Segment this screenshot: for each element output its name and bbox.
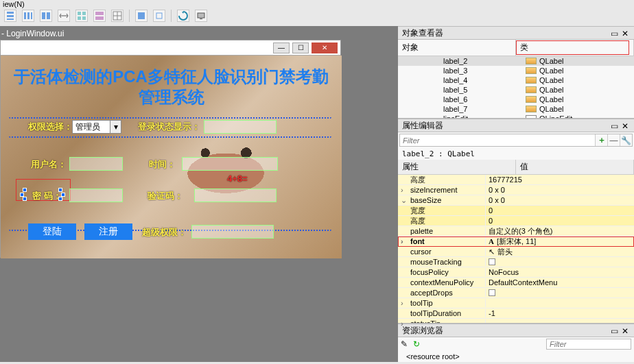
prop-row[interactable]: palette自定义的(3 个角色) — [398, 226, 634, 236]
prop-row[interactable]: contextMenuPolicyDefaultContextMenu — [398, 278, 634, 288]
prop-col-val[interactable]: 值 — [516, 160, 634, 174]
sel-handle[interactable] — [20, 193, 24, 197]
label-icon — [526, 106, 537, 112]
captcha-field[interactable] — [194, 189, 277, 202]
prop-row[interactable]: mouseTracking — [398, 257, 634, 267]
tool-grid3[interactable] — [111, 10, 124, 22]
object-viewer-title: 对象查看器 — [402, 27, 443, 39]
sel-handle[interactable] — [58, 197, 62, 201]
tool-grid2[interactable] — [93, 10, 106, 22]
time-field[interactable] — [182, 157, 278, 171]
tool-layout-h[interactable] — [22, 10, 34, 22]
tool-stack2[interactable] — [153, 10, 165, 22]
label-icon — [526, 86, 537, 93]
prop-row[interactable]: cursor↖ 箭头 — [398, 247, 634, 257]
tool-recycle[interactable] — [177, 10, 189, 22]
checkbox-icon[interactable] — [489, 289, 495, 296]
svg-rect-21 — [200, 19, 202, 19]
tree-row[interactable]: lineEditQLineEdit — [398, 114, 634, 119]
tool-grid1[interactable] — [75, 10, 88, 22]
prop-row[interactable]: 宽度0 — [398, 206, 634, 216]
object-tree[interactable]: 对象 类 label_2QLabellabel_3QLabellabel_4QL… — [398, 40, 634, 119]
minus-icon[interactable]: — — [607, 134, 620, 146]
tool-preview[interactable] — [195, 10, 207, 22]
reload-icon[interactable]: ↻ — [413, 339, 423, 349]
prop-row[interactable]: ⌄baseSize0 x 0 — [398, 195, 634, 206]
undock-icon[interactable]: ▭ — [611, 326, 619, 335]
close-button[interactable]: ✕ — [312, 43, 338, 53]
toolbar — [4, 8, 395, 23]
tree-row[interactable]: label_6QLabel — [398, 95, 634, 104]
svg-rect-7 — [47, 12, 50, 19]
svg-rect-2 — [7, 19, 14, 20]
tree-row[interactable]: label_4QLabel — [398, 75, 634, 85]
login-button[interactable]: 登陆 — [28, 223, 76, 240]
perm-combo[interactable]: 管理员 ▾ — [72, 120, 121, 134]
resource-filter-input[interactable] — [546, 339, 631, 350]
svg-rect-3 — [24, 12, 26, 19]
svg-rect-11 — [78, 16, 81, 20]
main-title-line2: 管理系统 — [1, 87, 342, 108]
close-icon[interactable]: ✕ — [622, 326, 630, 335]
toolbar-sep-1 — [129, 10, 130, 22]
captcha-label: 验证码： — [148, 190, 183, 202]
close-icon[interactable]: ✕ — [622, 121, 630, 130]
maximize-button[interactable]: ☐ — [292, 43, 309, 53]
close-icon[interactable]: ✕ — [622, 29, 630, 37]
tool-spacer[interactable] — [58, 10, 70, 22]
minimize-button[interactable]: — — [273, 43, 290, 53]
svg-rect-4 — [27, 12, 30, 19]
prop-row[interactable]: ›sizeIncrement0 x 0 — [398, 185, 634, 195]
checkbox-icon[interactable] — [489, 258, 495, 265]
sel-handle[interactable] — [58, 188, 62, 192]
svg-rect-19 — [156, 13, 162, 19]
prop-row[interactable]: ›fontA [新宋体, 11] — [398, 236, 634, 247]
tree-row[interactable]: label_2QLabel — [398, 56, 634, 66]
designer-canvas[interactable]: - LoginWindow.ui — ☐ ✕ 于活体检测的PCA多特征人脸识别门… — [0, 26, 398, 362]
tree-row[interactable]: label_3QLabel — [398, 66, 634, 75]
layout-line — [9, 136, 331, 138]
prop-row[interactable]: 高度0 — [398, 216, 634, 226]
tree-col-object[interactable]: 对象 — [398, 40, 516, 56]
undock-icon[interactable]: ▭ — [611, 121, 619, 130]
tool-layout-h2[interactable] — [40, 10, 52, 22]
user-label: 用户名： — [31, 158, 67, 171]
prop-col-name[interactable]: 属性 — [398, 160, 516, 174]
status-label: 登录状态显示： — [138, 121, 200, 133]
resource-root[interactable]: <resource root> — [398, 351, 634, 362]
pwd-field[interactable] — [69, 189, 123, 202]
edit-icon[interactable]: ✎ — [401, 339, 410, 349]
svg-rect-0 — [7, 12, 14, 14]
super-field[interactable] — [191, 225, 274, 239]
label-icon — [526, 96, 537, 103]
sel-handle[interactable] — [61, 193, 65, 197]
right-column: 对象查看器 ▭ ✕ 对象 类 label_2QLabellabel_3QLabe… — [398, 26, 634, 362]
perm-label: 权限选择： — [28, 121, 73, 133]
label-icon — [526, 67, 537, 74]
prop-row[interactable]: ›toolTip — [398, 298, 634, 308]
status-field[interactable] — [204, 120, 277, 134]
tool-layout-v[interactable] — [4, 10, 16, 22]
captcha-math-label: 4+8= — [227, 173, 248, 184]
prop-row[interactable]: focusPolicyNoFocus — [398, 267, 634, 278]
prop-row[interactable]: 高度16777215 — [398, 175, 634, 185]
pwd-label[interactable]: 密 码： — [32, 190, 62, 202]
sel-handle[interactable] — [23, 188, 27, 192]
wrench-icon[interactable]: 🔧 — [620, 134, 632, 146]
undock-icon[interactable]: ▭ — [611, 29, 619, 37]
tree-col-class[interactable]: 类 — [516, 40, 634, 56]
prop-row[interactable]: acceptDrops — [398, 288, 634, 298]
main-title-line1: 于活体检测的PCA多特征人脸识别门禁考勤 — [1, 66, 342, 87]
plus-icon[interactable]: ＋ — [595, 134, 607, 146]
prop-filter-input[interactable] — [400, 134, 595, 146]
svg-rect-12 — [82, 16, 86, 20]
register-button[interactable]: 注册 — [84, 223, 132, 240]
tree-row[interactable]: label_5QLabel — [398, 85, 634, 95]
sel-handle[interactable] — [23, 197, 27, 201]
svg-rect-6 — [42, 12, 45, 19]
prop-row[interactable]: toolTipDuration-1 — [398, 308, 634, 319]
user-field[interactable] — [69, 157, 123, 171]
tool-stack1[interactable] — [135, 10, 148, 22]
tree-row[interactable]: label_7QLabel — [398, 104, 634, 114]
object-viewer-header: 对象查看器 ▭ ✕ — [398, 26, 634, 40]
